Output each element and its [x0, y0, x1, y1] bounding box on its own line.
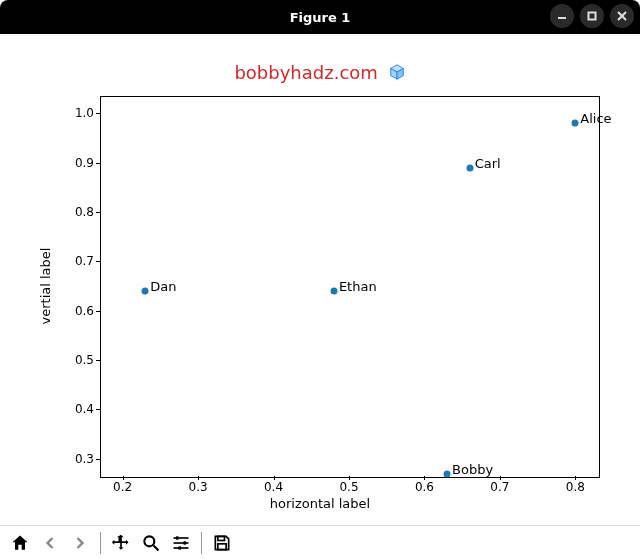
configure-button[interactable]	[167, 529, 195, 557]
data-point-label: Carl	[475, 156, 501, 171]
x-tick-label: 0.2	[113, 480, 132, 494]
data-point	[142, 287, 149, 294]
close-button[interactable]	[610, 4, 634, 28]
cube-icon	[388, 63, 406, 81]
data-point	[466, 164, 473, 171]
svg-rect-13	[184, 541, 187, 544]
svg-line-8	[154, 546, 159, 551]
maximize-button[interactable]	[580, 4, 604, 28]
y-tick-mark	[96, 409, 100, 410]
y-tick-label: 1.0	[66, 106, 94, 120]
svg-rect-16	[218, 544, 226, 550]
minimize-icon	[556, 10, 568, 22]
data-point-label: Alice	[580, 111, 611, 126]
pan-icon	[111, 533, 131, 553]
svg-rect-14	[179, 546, 182, 549]
x-tick-label: 0.4	[264, 480, 283, 494]
zoom-button[interactable]	[137, 529, 165, 557]
pan-button[interactable]	[107, 529, 135, 557]
x-tick-label: 0.3	[189, 480, 208, 494]
matplotlib-toolbar	[0, 525, 640, 559]
y-tick-label: 0.7	[66, 254, 94, 268]
chart-title-text: bobbyhadz.com	[234, 62, 377, 83]
data-point-label: Ethan	[339, 279, 377, 294]
y-tick-label: 0.4	[66, 402, 94, 416]
window-titlebar: Figure 1	[0, 0, 640, 34]
figure-canvas: bobbyhadz.com horizontal label vertial l…	[0, 34, 640, 525]
y-tick-mark	[96, 212, 100, 213]
window-controls	[550, 4, 634, 28]
data-point	[330, 287, 337, 294]
y-tick-label: 0.3	[66, 452, 94, 466]
sliders-icon	[171, 533, 191, 553]
maximize-icon	[586, 10, 598, 22]
y-tick-label: 0.6	[66, 304, 94, 318]
back-icon	[40, 533, 60, 553]
y-tick-mark	[96, 163, 100, 164]
chart-title: bobbyhadz.com	[0, 62, 640, 83]
save-button[interactable]	[208, 529, 236, 557]
home-icon	[10, 533, 30, 553]
svg-rect-12	[176, 536, 179, 539]
x-tick-label: 0.8	[566, 480, 585, 494]
forward-icon	[70, 533, 90, 553]
x-tick-label: 0.5	[339, 480, 358, 494]
save-icon	[212, 533, 232, 553]
minimize-button[interactable]	[550, 4, 574, 28]
x-tick-label: 0.6	[415, 480, 434, 494]
y-tick-mark	[96, 261, 100, 262]
y-tick-mark	[96, 311, 100, 312]
x-tick-label: 0.7	[490, 480, 509, 494]
data-point-label: Dan	[150, 279, 176, 294]
back-button[interactable]	[36, 529, 64, 557]
data-point	[444, 470, 451, 477]
forward-button[interactable]	[66, 529, 94, 557]
svg-rect-15	[218, 536, 225, 540]
y-tick-label: 0.5	[66, 353, 94, 367]
y-tick-label: 0.8	[66, 205, 94, 219]
y-tick-mark	[96, 113, 100, 114]
y-tick-mark	[96, 459, 100, 460]
data-point	[572, 120, 579, 127]
x-axis-label: horizontal label	[0, 496, 640, 511]
close-icon	[616, 10, 628, 22]
home-button[interactable]	[6, 529, 34, 557]
svg-rect-1	[589, 13, 596, 20]
y-tick-mark	[96, 360, 100, 361]
toolbar-separator	[100, 532, 101, 554]
data-point-label: Bobby	[452, 462, 493, 477]
toolbar-separator	[201, 532, 202, 554]
svg-point-7	[144, 536, 154, 546]
y-tick-label: 0.9	[66, 156, 94, 170]
zoom-icon	[141, 533, 161, 553]
window-title: Figure 1	[290, 10, 351, 25]
y-axis-label: vertial label	[38, 248, 53, 325]
